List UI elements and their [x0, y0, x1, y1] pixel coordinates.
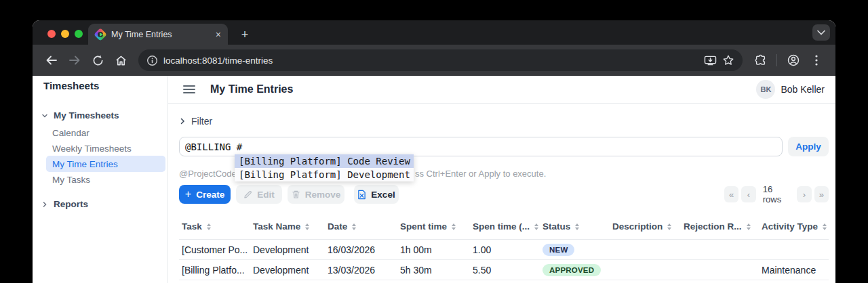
cell-spent-time: 5h 30m: [397, 260, 470, 280]
back-button[interactable]: [42, 51, 61, 70]
minimize-window-button[interactable]: [61, 30, 69, 38]
column-header-activity-type[interactable]: Activity Type: [759, 214, 829, 239]
sidebar-group-my-timesheets[interactable]: My Timesheets: [41, 110, 119, 121]
cell-spent-time-num: 1.00: [470, 240, 540, 259]
cell-date: 16/03/2026: [325, 240, 397, 259]
column-header-spent-time[interactable]: Spent time: [397, 214, 470, 239]
sort-icon[interactable]: [667, 223, 671, 230]
home-button[interactable]: [111, 51, 130, 70]
tab-search-button[interactable]: [812, 24, 830, 41]
install-app-icon[interactable]: [704, 55, 717, 66]
remove-button[interactable]: Remove: [288, 185, 344, 204]
app-root: Timesheets My Timesheets Calendar Weekly…: [33, 76, 835, 283]
jmix-logo-icon: [95, 29, 106, 40]
prev-page-button[interactable]: ‹: [741, 186, 755, 202]
url-text[interactable]: localhost:8081/time-entries: [163, 56, 698, 66]
cell-task: [Customer Po...: [179, 240, 250, 259]
sidebar-group-reports[interactable]: Reports: [41, 199, 88, 209]
sort-icon[interactable]: [352, 223, 356, 230]
column-header-date[interactable]: Date: [325, 214, 397, 239]
browser-toolbar: localhost:8081/time-entries: [33, 45, 835, 76]
column-header-task-name[interactable]: Task Name: [250, 214, 325, 239]
new-tab-button[interactable]: +: [236, 26, 254, 43]
toolbar-divider: [776, 54, 777, 66]
autocomplete-option[interactable]: [Billing Platform] Code Review: [235, 154, 414, 168]
address-bar[interactable]: localhost:8081/time-entries: [138, 49, 743, 71]
table-row[interactable]: [Billing Platfo... Development 13/03/202…: [179, 260, 829, 280]
sort-icon[interactable]: [747, 223, 751, 230]
column-header-spent-time-num[interactable]: Spen time (...: [470, 214, 540, 239]
cell-spent-time: 1h 00m: [397, 240, 470, 259]
cell-task-name: Development: [250, 260, 325, 280]
excel-file-icon: [357, 190, 366, 200]
excel-button[interactable]: Excel: [354, 185, 399, 204]
sort-icon[interactable]: [534, 223, 538, 230]
close-tab-icon[interactable]: ×: [216, 30, 221, 39]
sort-icon[interactable]: [305, 223, 309, 230]
create-button[interactable]: + Create: [179, 185, 231, 204]
site-info-icon[interactable]: [146, 55, 158, 66]
cell-spent-time-num: 5.50: [470, 260, 540, 280]
user-menu[interactable]: BK Bob Keller: [756, 80, 825, 99]
sidebar-group-label: Reports: [54, 199, 88, 209]
first-page-button[interactable]: «: [724, 186, 738, 202]
chevron-right-icon: [41, 201, 48, 208]
browser-menu-kebab-icon[interactable]: [807, 51, 826, 70]
apply-button[interactable]: Apply: [788, 137, 829, 156]
bookmark-star-icon[interactable]: [722, 54, 734, 66]
cell-task-name: Development: [250, 240, 325, 259]
cell-description: [610, 260, 681, 280]
app-header: My Time Entries BK Bob Keller: [168, 76, 835, 104]
sidebar-item-weekly-timesheets[interactable]: Weekly Timesheets: [52, 144, 132, 154]
cell-date: 13/03/2026: [325, 260, 397, 280]
forward-button[interactable]: [65, 51, 84, 70]
sidebar-item-calendar[interactable]: Calendar: [52, 128, 90, 138]
cell-rejection-reason: [681, 240, 759, 259]
filter-toggle[interactable]: Filter: [179, 116, 212, 127]
column-header-task[interactable]: Task: [179, 214, 250, 239]
user-name: Bob Keller: [781, 84, 825, 95]
sort-icon[interactable]: [452, 223, 456, 230]
sort-icon[interactable]: [207, 223, 211, 230]
cell-task: [Billing Platfo...: [179, 260, 250, 280]
table-header-row: Task Task Name Date Spent time Spen time…: [179, 214, 829, 240]
chevron-right-icon: [179, 118, 186, 125]
table-row[interactable]: [Customer Po... Development 16/03/2026 1…: [179, 240, 829, 260]
profile-icon[interactable]: [784, 51, 803, 70]
cell-status: NEW: [540, 240, 610, 259]
sidebar-title: Timesheets: [43, 80, 99, 91]
browser-tab-strip: My Time Entries × +: [33, 20, 835, 45]
page-title: My Time Entries: [210, 83, 293, 95]
browser-tab[interactable]: My Time Entries ×: [88, 24, 228, 45]
last-page-button[interactable]: »: [814, 186, 829, 202]
autocomplete-option[interactable]: [Billing Platform] Development: [235, 168, 414, 181]
sidebar: Timesheets My Timesheets Calendar Weekly…: [33, 76, 168, 283]
edit-button[interactable]: Edit: [236, 185, 282, 204]
column-header-rejection-reason[interactable]: Rejection R...: [681, 214, 759, 239]
avatar: BK: [756, 80, 775, 99]
filter-toggle-label: Filter: [191, 116, 212, 127]
menu-icon[interactable]: [183, 85, 195, 93]
sidebar-item-my-time-entries[interactable]: My Time Entries: [46, 156, 165, 172]
pagination: « ‹ 16 rows › »: [724, 186, 829, 202]
time-entries-table: Task Task Name Date Spent time Spen time…: [179, 214, 829, 280]
maximize-window-button[interactable]: [75, 30, 83, 38]
extensions-puzzle-icon[interactable]: [751, 51, 770, 70]
row-count-label: 16 rows: [756, 184, 797, 204]
next-page-button[interactable]: ›: [797, 186, 811, 202]
filter-query-input[interactable]: [179, 137, 783, 156]
sort-icon[interactable]: [823, 223, 827, 230]
column-header-status[interactable]: Status: [540, 214, 610, 239]
column-header-description[interactable]: Description: [610, 214, 681, 239]
close-window-button[interactable]: [47, 30, 56, 38]
cell-description: [610, 240, 681, 259]
status-badge: NEW: [542, 244, 574, 256]
sort-icon[interactable]: [575, 223, 579, 230]
main-area: My Time Entries BK Bob Keller Filter App…: [168, 76, 835, 283]
cell-activity-type: [759, 240, 829, 259]
tab-title: My Time Entries: [111, 30, 210, 39]
content: Filter Apply @ProjectCode # ss Ctrl+Ente…: [179, 104, 829, 283]
reload-button[interactable]: [88, 51, 107, 70]
status-badge: APPROVED: [542, 264, 601, 276]
sidebar-item-my-tasks[interactable]: My Tasks: [52, 175, 90, 185]
